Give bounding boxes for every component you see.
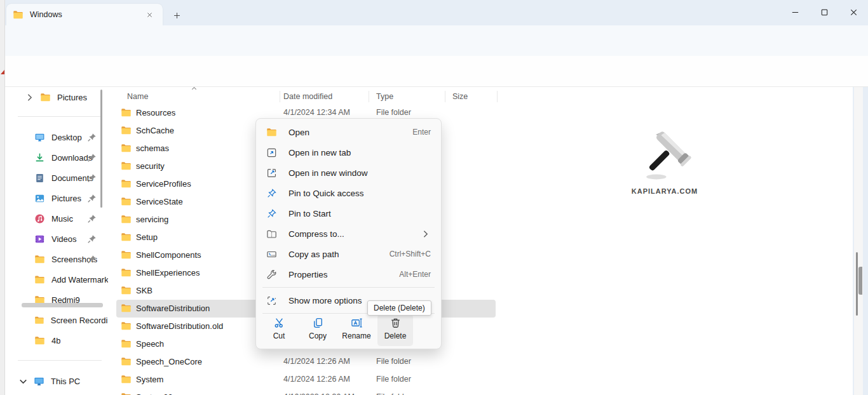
menu-item-label: Pin to Start — [288, 209, 431, 218]
close-button[interactable] — [839, 0, 868, 24]
sidebar-item-label: Desktop — [51, 133, 82, 142]
sidebar-item-pictures[interactable]: Pictures — [5, 188, 108, 208]
folder-icon — [121, 392, 132, 395]
column-divider[interactable] — [445, 91, 445, 102]
file-name: ServiceState — [136, 197, 183, 206]
sidebar-scrollbar[interactable] — [100, 90, 102, 208]
sidebar-item-4b[interactable]: 4b — [5, 330, 108, 351]
sidebar-item-add-watermark[interactable]: Add Watermark — [5, 269, 108, 290]
column-header-size[interactable]: Size — [452, 89, 491, 104]
menu-item-label: Open — [288, 128, 412, 137]
folder-icon — [40, 92, 51, 103]
file-date-modified: 4/1/2024 12:26 AM — [283, 357, 350, 366]
main-scrollbar-handle[interactable] — [858, 267, 862, 295]
sidebar-item-pictures[interactable]: Pictures — [5, 87, 108, 107]
sidebar-item-music[interactable]: Music — [5, 208, 108, 229]
file-name: Speech — [136, 339, 164, 349]
open-new-window-icon — [266, 168, 277, 178]
new-tab-button[interactable] — [169, 8, 184, 23]
menu-item-properties[interactable]: PropertiesAlt+Enter — [259, 264, 438, 285]
table-row[interactable]: System4/1/2024 12:26 AMFile folder — [116, 371, 496, 389]
sidebar-item-label: This PC — [51, 377, 80, 386]
column-divider[interactable] — [369, 91, 369, 102]
menu-item-pin-to-quick-access[interactable]: Pin to Quick access — [259, 183, 438, 203]
menu-item-label: Copy as path — [288, 250, 390, 259]
folder-icon — [34, 315, 44, 326]
menu-action-copy[interactable]: Copy — [300, 314, 336, 346]
sidebar-item-downloads[interactable]: Downloads — [5, 147, 108, 168]
column-header-type[interactable]: Type — [376, 89, 440, 104]
menu-divider — [262, 287, 435, 288]
table-row[interactable]: System324/10/2023 12:30 AMFile folder — [116, 389, 496, 395]
file-name: ShellExperiences — [136, 268, 200, 278]
folder-icon — [13, 10, 24, 20]
pin-icon — [86, 213, 97, 224]
background-window-edge — [0, 0, 5, 395]
sidebar-item-documents[interactable]: Documents — [5, 168, 108, 188]
chevron-right-icon — [24, 92, 35, 103]
minimize-button[interactable] — [780, 0, 810, 24]
folder-icon — [121, 125, 132, 136]
column-divider[interactable] — [497, 91, 498, 102]
folder-icon — [121, 196, 132, 207]
music-icon — [34, 213, 45, 224]
folder-icon — [266, 127, 277, 138]
column-header-date[interactable]: Date modified — [283, 89, 366, 104]
sidebar-item-videos[interactable]: Videos — [5, 229, 108, 249]
sidebar-horizontal-scrollbar[interactable] — [22, 303, 103, 307]
explorer-tab[interactable]: Windows — [6, 4, 163, 25]
tab-title: Windows — [30, 10, 142, 19]
file-type: File folder — [376, 392, 411, 395]
folder-icon — [121, 338, 132, 349]
folder-icon — [121, 321, 132, 331]
menu-item-compress-to-[interactable]: Compress to... — [259, 224, 438, 244]
sidebar-item-screenshots[interactable]: Screenshots — [5, 249, 108, 269]
monitor-blue-icon — [34, 376, 44, 387]
table-row[interactable]: Speech_OneCore4/1/2024 12:26 AMFile fold… — [116, 353, 496, 371]
show-more-icon — [266, 295, 277, 306]
file-name: security — [136, 161, 165, 171]
menu-action-cut[interactable]: Cut — [261, 314, 297, 346]
navigation-pane: PicturesDesktopDownloadsDocumentsPicture… — [5, 87, 112, 395]
menu-action-label: Cut — [273, 331, 285, 340]
main-scrollbar-thumb[interactable] — [856, 252, 858, 316]
folder-icon — [121, 214, 132, 225]
menu-item-pin-to-start[interactable]: Pin to Start — [259, 203, 438, 224]
menu-action-label: Delete — [384, 331, 407, 340]
window-controls — [780, 0, 868, 24]
pin-icon — [86, 132, 97, 143]
tooltip: Delete (Delete) — [367, 300, 431, 316]
menu-item-open-in-new-tab[interactable]: Open in new tab — [259, 142, 438, 163]
menu-item-copy-as-path[interactable]: Copy as pathCtrl+Shift+C — [259, 244, 438, 264]
column-divider[interactable] — [280, 91, 280, 102]
chevron-right-icon — [420, 229, 431, 239]
file-date-modified: 4/1/2024 12:34 AM — [283, 108, 350, 117]
folder-icon — [121, 285, 132, 296]
tab-close-button[interactable] — [142, 8, 156, 22]
sidebar-item-screen-recordin[interactable]: Screen Recordin — [5, 310, 108, 330]
folder-icon — [121, 107, 132, 118]
plus-icon — [173, 11, 181, 20]
folder-icon — [121, 250, 132, 260]
menu-action-rename[interactable]: Rename — [339, 314, 374, 346]
cut-icon — [273, 317, 285, 329]
maximize-button[interactable] — [810, 0, 839, 24]
sidebar-item-desktop[interactable]: Desktop — [5, 127, 108, 147]
menu-item-open-in-new-window[interactable]: Open in new window — [259, 163, 438, 183]
column-header-name[interactable]: Name — [127, 89, 280, 104]
file-list: Name Date modified Type Size Resources4/… — [112, 87, 853, 395]
menu-action-delete[interactable]: Delete — [377, 314, 413, 346]
sidebar-item-label: Screen Recordin — [51, 316, 108, 325]
menu-action-row: CutCopyRenameDelete — [256, 311, 441, 349]
menu-item-open[interactable]: OpenEnter — [259, 122, 438, 142]
folder-icon — [121, 161, 132, 171]
file-name: ServiceProfiles — [136, 179, 191, 189]
sidebar-item-this-pc[interactable]: This PC — [5, 371, 108, 391]
main-scrollbar-track[interactable] — [854, 87, 863, 395]
hammer-icon — [638, 130, 691, 184]
maximize-icon — [820, 8, 829, 17]
pin-blue-icon — [266, 208, 277, 219]
downloads-icon — [34, 152, 45, 163]
menu-action-label: Copy — [309, 331, 327, 340]
folder-icon — [121, 143, 132, 154]
